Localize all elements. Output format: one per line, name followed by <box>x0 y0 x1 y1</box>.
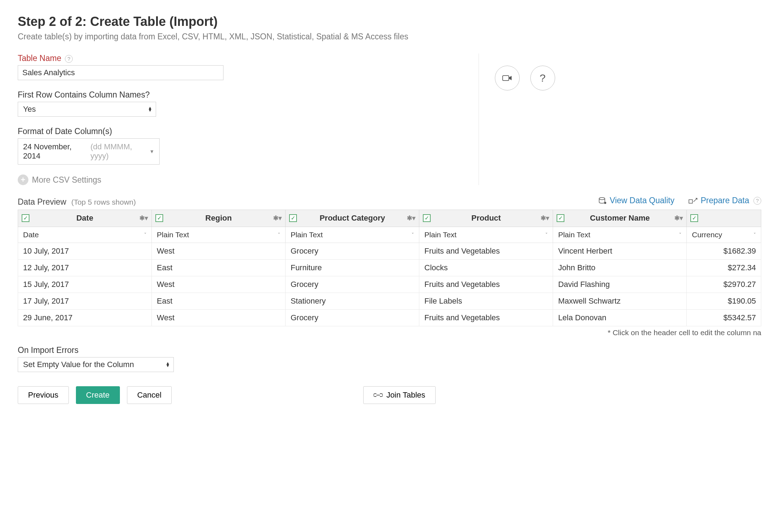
table-cell: 17 July, 2017 <box>18 293 152 309</box>
column-type-select[interactable]: Date˅ <box>18 227 151 243</box>
chevron-down-icon: ˅ <box>753 232 756 238</box>
table-row: 17 July, 2017EastStationeryFile LabelsMa… <box>18 293 761 309</box>
previous-button[interactable]: Previous <box>18 386 69 404</box>
date-format-select[interactable]: 24 November, 2014 (dd MMMM, yyyy) ▼ <box>18 138 160 165</box>
column-header[interactable]: ✓Product Category✱▾ <box>286 210 419 227</box>
plus-icon: + <box>18 174 28 185</box>
gear-icon[interactable]: ✱▾ <box>139 214 148 222</box>
table-cell: Stationery <box>286 293 419 309</box>
column-name: Date <box>76 214 93 222</box>
column-type-select[interactable]: Plain Text˅ <box>419 227 553 243</box>
date-format-label: Format of Date Column(s) <box>18 127 464 136</box>
column-name: Product Category <box>320 214 385 222</box>
table-cell: West <box>152 243 286 259</box>
column-include-checkbox[interactable]: ✓ <box>557 214 564 222</box>
first-row-select[interactable]: Yes ▲▼ <box>18 102 156 117</box>
column-header[interactable]: ✓ <box>687 210 761 227</box>
help-icon[interactable]: ? <box>753 197 761 205</box>
table-header-row: ✓Date✱▾✓Region✱▾✓Product Category✱▾✓Prod… <box>18 210 761 227</box>
prepare-data-link[interactable]: Prepare Data ? <box>689 196 761 205</box>
column-include-checkbox[interactable]: ✓ <box>690 214 698 222</box>
svg-rect-3 <box>689 200 692 203</box>
table-cell: Clocks <box>419 259 553 276</box>
header-edit-hint: * Click on the header cell to edit the c… <box>18 328 761 337</box>
chevron-down-icon: ˅ <box>411 232 414 238</box>
table-cell: File Labels <box>419 293 553 309</box>
data-preview-subtitle: (Top 5 rows shown) <box>71 198 136 206</box>
video-tutorial-button[interactable] <box>495 66 520 90</box>
table-cell: David Flashing <box>553 276 687 293</box>
table-cell: East <box>152 259 286 276</box>
table-cell: Furniture <box>286 259 419 276</box>
first-row-label: First Row Contains Column Names? <box>18 90 464 100</box>
column-header[interactable]: ✓Product✱▾ <box>419 210 553 227</box>
column-header[interactable]: ✓Customer Name✱▾ <box>553 210 687 227</box>
table-cell: Fruits and Vegetables <box>419 243 553 259</box>
svg-rect-0 <box>502 76 509 81</box>
table-cell: $190.05 <box>687 293 761 309</box>
chevron-down-icon: ▼ <box>149 149 154 154</box>
table-cell: 12 July, 2017 <box>18 259 152 276</box>
database-icon <box>598 197 607 205</box>
column-type-select[interactable]: Plain Text˅ <box>553 227 686 243</box>
table-cell: West <box>152 276 286 293</box>
transform-icon <box>689 197 698 205</box>
chevron-down-icon: ˅ <box>144 232 147 238</box>
data-preview-title: Data Preview <box>18 197 66 206</box>
column-name: Customer Name <box>590 214 650 222</box>
table-cell: Fruits and Vegetables <box>419 309 553 326</box>
column-type-select[interactable]: Plain Text˅ <box>152 227 285 243</box>
column-name: Region <box>205 214 232 222</box>
select-arrows-icon: ▲▼ <box>166 362 170 367</box>
table-row: 10 July, 2017WestGroceryFruits and Veget… <box>18 243 761 259</box>
column-type-select[interactable]: Plain Text˅ <box>286 227 419 243</box>
view-data-quality-link[interactable]: View Data Quality <box>598 196 674 205</box>
page-title: Step 2 of 2: Create Table (Import) <box>18 14 761 29</box>
table-cell: John Britto <box>553 259 687 276</box>
table-cell: Grocery <box>286 243 419 259</box>
table-cell: Maxwell Schwartz <box>553 293 687 309</box>
table-cell: East <box>152 293 286 309</box>
table-cell: Grocery <box>286 276 419 293</box>
column-name: Product <box>471 214 501 222</box>
help-icon[interactable]: ? <box>65 55 73 63</box>
data-preview-table: ✓Date✱▾✓Region✱▾✓Product Category✱▾✓Prod… <box>18 210 761 326</box>
import-errors-select[interactable]: Set Empty Value for the Column ▲▼ <box>18 357 174 372</box>
table-name-input[interactable] <box>18 65 223 80</box>
table-row: 29 June, 2017WestGroceryFruits and Veget… <box>18 309 761 326</box>
table-cell: Lela Donovan <box>553 309 687 326</box>
table-row: 12 July, 2017EastFurnitureClocksJohn Bri… <box>18 259 761 276</box>
create-button[interactable]: Create <box>76 386 120 404</box>
column-type-select[interactable]: Currency˅ <box>687 227 761 243</box>
chevron-down-icon: ˅ <box>545 232 548 238</box>
table-row: 15 July, 2017WestGroceryFruits and Veget… <box>18 276 761 293</box>
column-header[interactable]: ✓Region✱▾ <box>152 210 286 227</box>
gear-icon[interactable]: ✱▾ <box>541 214 549 222</box>
question-icon: ? <box>540 72 546 84</box>
svg-point-2 <box>604 202 606 204</box>
date-format-hint: (dd MMMM, yyyy) <box>90 142 149 161</box>
svg-point-1 <box>599 198 605 200</box>
gear-icon[interactable]: ✱▾ <box>674 214 683 222</box>
chevron-down-icon: ˅ <box>679 232 681 238</box>
table-cell: Grocery <box>286 309 419 326</box>
chevron-down-icon: ˅ <box>278 232 280 238</box>
help-button[interactable]: ? <box>530 66 555 90</box>
table-cell: 15 July, 2017 <box>18 276 152 293</box>
gear-icon[interactable]: ✱▾ <box>407 214 415 222</box>
gear-icon[interactable]: ✱▾ <box>273 214 282 222</box>
select-arrows-icon: ▲▼ <box>148 107 152 112</box>
date-format-value: 24 November, 2014 <box>23 142 90 161</box>
table-cell: 29 June, 2017 <box>18 309 152 326</box>
table-cell: Fruits and Vegetables <box>419 276 553 293</box>
cancel-button[interactable]: Cancel <box>127 386 172 404</box>
column-include-checkbox[interactable]: ✓ <box>289 214 297 222</box>
join-tables-button[interactable]: Join Tables <box>363 386 436 404</box>
more-csv-settings-toggle[interactable]: + More CSV Settings <box>18 174 464 185</box>
column-header[interactable]: ✓Date✱▾ <box>18 210 152 227</box>
column-include-checkbox[interactable]: ✓ <box>423 214 431 222</box>
column-include-checkbox[interactable]: ✓ <box>155 214 163 222</box>
column-include-checkbox[interactable]: ✓ <box>22 214 29 222</box>
link-icon <box>374 392 383 398</box>
table-cell: $272.34 <box>687 259 761 276</box>
